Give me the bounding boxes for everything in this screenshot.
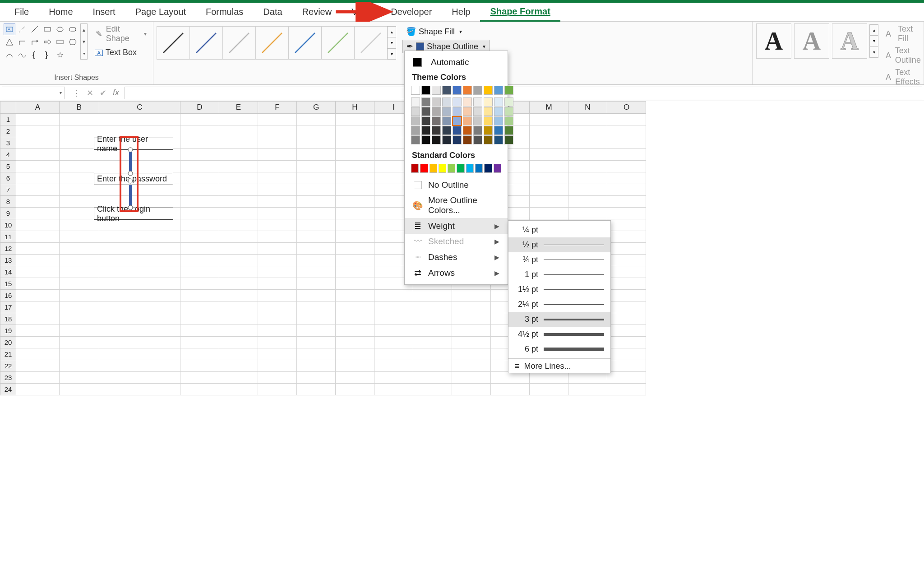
cell[interactable] bbox=[16, 161, 60, 172]
theme-tint-swatch[interactable] bbox=[421, 126, 430, 135]
cell[interactable] bbox=[219, 255, 258, 266]
cell[interactable] bbox=[607, 337, 646, 348]
cell[interactable] bbox=[16, 313, 60, 325]
weight-option[interactable]: ½ pt bbox=[508, 237, 610, 252]
cell[interactable] bbox=[258, 290, 297, 301]
row-header[interactable]: 6 bbox=[0, 172, 16, 184]
text-fill-button[interactable]: AText Fill bbox=[884, 23, 924, 44]
cell[interactable] bbox=[452, 290, 491, 301]
row-header[interactable]: 5 bbox=[0, 161, 16, 172]
theme-tint-swatch[interactable] bbox=[442, 107, 451, 116]
theme-color-swatch[interactable] bbox=[432, 86, 441, 95]
cell[interactable] bbox=[219, 219, 258, 231]
row-header[interactable]: 8 bbox=[0, 196, 16, 208]
cell[interactable] bbox=[219, 313, 258, 325]
styles-gallery-scroll[interactable]: ▴▾▾ bbox=[387, 26, 396, 60]
cell[interactable] bbox=[180, 196, 219, 208]
cell[interactable] bbox=[336, 313, 374, 325]
enter-icon[interactable]: ✔ bbox=[100, 88, 106, 98]
cell[interactable] bbox=[16, 278, 60, 290]
theme-tint-swatch[interactable] bbox=[504, 135, 513, 144]
cell[interactable] bbox=[607, 325, 646, 337]
cell[interactable] bbox=[413, 372, 452, 384]
outline-weight[interactable]: ≣Weight▶ bbox=[405, 218, 508, 234]
theme-tint-swatch[interactable] bbox=[463, 116, 472, 125]
cell[interactable] bbox=[336, 137, 374, 149]
wordart-style-3[interactable]: A bbox=[832, 23, 867, 59]
theme-tint-swatch[interactable] bbox=[411, 116, 420, 125]
row-header[interactable]: 1 bbox=[0, 114, 16, 125]
shape-hex-icon[interactable] bbox=[67, 36, 79, 48]
tab-page-layout[interactable]: Page Layout bbox=[125, 3, 196, 21]
theme-tint-swatch[interactable] bbox=[494, 97, 503, 107]
cell[interactable] bbox=[297, 114, 336, 125]
cell[interactable] bbox=[16, 325, 60, 337]
theme-tint-swatch[interactable] bbox=[432, 135, 441, 144]
row-header[interactable]: 16 bbox=[0, 290, 16, 301]
theme-color-swatch[interactable] bbox=[421, 86, 430, 95]
cell[interactable] bbox=[180, 137, 219, 149]
cell[interactable] bbox=[60, 337, 99, 348]
column-header[interactable]: D bbox=[180, 101, 219, 114]
wordart-gallery[interactable]: A A A ▴▾▾ bbox=[756, 23, 878, 59]
theme-tint-swatch[interactable] bbox=[484, 97, 493, 107]
cell[interactable] bbox=[607, 384, 646, 395]
cell[interactable] bbox=[16, 184, 60, 196]
theme-tint-swatch[interactable] bbox=[411, 135, 420, 144]
cell[interactable] bbox=[568, 184, 607, 196]
cell[interactable] bbox=[297, 266, 336, 278]
name-box[interactable]: ▾ bbox=[2, 87, 65, 99]
theme-tint-swatch[interactable] bbox=[421, 135, 430, 144]
outline-automatic[interactable]: Automatic bbox=[405, 55, 508, 70]
cell[interactable] bbox=[99, 231, 180, 243]
cell[interactable] bbox=[180, 372, 219, 384]
theme-color-swatch[interactable] bbox=[463, 86, 472, 95]
cell[interactable] bbox=[491, 372, 530, 384]
cell[interactable] bbox=[607, 255, 646, 266]
cell[interactable] bbox=[336, 208, 374, 219]
theme-color-swatch[interactable] bbox=[504, 86, 513, 95]
cell[interactable] bbox=[258, 266, 297, 278]
theme-tint-swatch[interactable] bbox=[442, 135, 451, 144]
cell[interactable] bbox=[530, 384, 568, 395]
cell[interactable] bbox=[568, 114, 607, 125]
cancel-icon[interactable]: ✕ bbox=[87, 88, 93, 98]
cell[interactable] bbox=[60, 372, 99, 384]
cell[interactable] bbox=[180, 313, 219, 325]
cell[interactable] bbox=[336, 348, 374, 360]
shape-textbox-icon[interactable]: A bbox=[4, 23, 15, 35]
cell[interactable] bbox=[607, 172, 646, 184]
cell[interactable] bbox=[99, 290, 180, 301]
cell[interactable] bbox=[297, 290, 336, 301]
cell[interactable] bbox=[180, 125, 219, 137]
standard-color-swatch[interactable] bbox=[466, 164, 474, 173]
cell[interactable] bbox=[180, 301, 219, 313]
row-header[interactable]: 3 bbox=[0, 137, 16, 149]
cell[interactable] bbox=[297, 255, 336, 266]
cell[interactable] bbox=[297, 161, 336, 172]
row-header[interactable]: 2 bbox=[0, 125, 16, 137]
column-header[interactable]: A bbox=[16, 101, 60, 114]
cell[interactable] bbox=[530, 114, 568, 125]
cell[interactable] bbox=[99, 337, 180, 348]
column-header[interactable]: M bbox=[530, 101, 568, 114]
cell[interactable] bbox=[568, 125, 607, 137]
cell[interactable] bbox=[258, 208, 297, 219]
cell[interactable] bbox=[297, 325, 336, 337]
row-header[interactable]: 13 bbox=[0, 255, 16, 266]
cell[interactable] bbox=[607, 208, 646, 219]
cell[interactable] bbox=[258, 231, 297, 243]
theme-tint-swatch[interactable] bbox=[484, 107, 493, 116]
cell[interactable] bbox=[297, 372, 336, 384]
cell[interactable] bbox=[258, 137, 297, 149]
cell[interactable] bbox=[258, 372, 297, 384]
cell[interactable] bbox=[413, 384, 452, 395]
cell[interactable] bbox=[180, 290, 219, 301]
cell[interactable] bbox=[16, 266, 60, 278]
theme-tint-swatch[interactable] bbox=[494, 107, 503, 116]
cell[interactable] bbox=[297, 219, 336, 231]
theme-color-swatch[interactable] bbox=[453, 86, 462, 95]
cell[interactable] bbox=[99, 348, 180, 360]
outline-dashes[interactable]: ┈Dashes▶ bbox=[405, 249, 508, 265]
theme-tint-swatch[interactable] bbox=[421, 97, 430, 107]
